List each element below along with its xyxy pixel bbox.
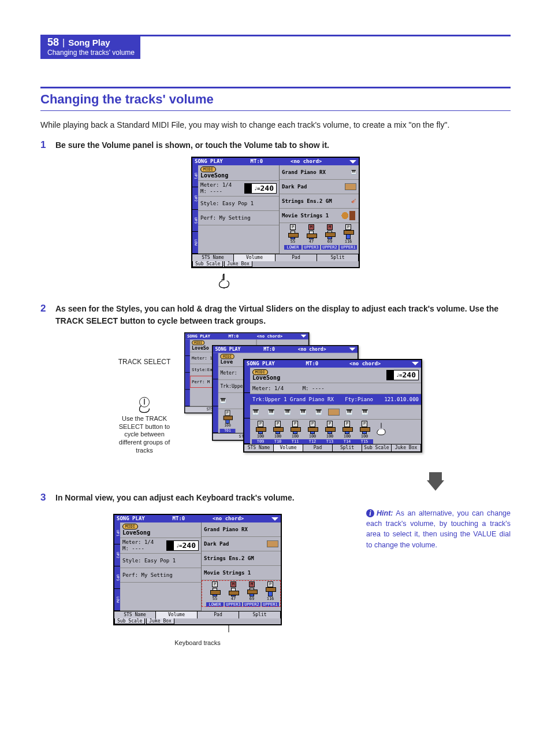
sound-lower[interactable]: Movie Strings 1 [280, 209, 359, 223]
keyboard-sliders-callout[interactable]: P55LOWER M47UPPER3 M69UPPER2 P116UPPER1 [202, 580, 281, 607]
lcd-screenshot-3: SONG PLAY MT:0 <no chord> UP1 UP2 UP3 [113, 514, 282, 625]
chapter-title: Song Play [68, 38, 110, 47]
step-text: Be sure the Volume panel is shown, or to… [55, 139, 329, 151]
volume-sliders[interactable]: P55LOWER M47UPPER3 M69UPPER2 P116UPPER1 [280, 223, 359, 250]
keyboard-tracks-caption: Keyboard tracks [113, 639, 282, 646]
song-name[interactable]: LoveSong [200, 172, 228, 179]
bottom-tabs[interactable]: STS Name Volume Pad Split [192, 254, 359, 261]
lcd-chord: <no chord> [291, 158, 322, 165]
step-3: 3 In Normal view, you can adjust each Ke… [40, 492, 511, 503]
step-number: 1 [40, 139, 55, 151]
tab-sub-scale[interactable]: Sub Scale [192, 261, 223, 268]
guitar-icon [340, 211, 356, 220]
section-title: Changing the tracks' volume [40, 92, 511, 107]
lcd-mt: MT:0 [251, 158, 263, 165]
tab-volume[interactable]: Volume [234, 254, 276, 261]
chevron-down-icon [427, 472, 444, 491]
tab-juke-box[interactable]: Juke Box [224, 261, 252, 268]
step-number: 3 [40, 492, 55, 503]
step-1: 1 Be sure the Volume panel is shown, or … [40, 139, 511, 151]
menu-triangle-icon[interactable] [349, 160, 356, 164]
touch-hand-icon [214, 270, 234, 291]
svg-marker-7 [427, 472, 444, 491]
perf-cell[interactable]: Perf: My Setting [198, 211, 279, 225]
meter-label: Meter: 1/4 [200, 182, 232, 188]
sound-upper3[interactable]: Strings Ens.2 GM🎻 [280, 194, 359, 209]
track-select-note: TRACK SELECT Use the TRACK SELECT button… [113, 358, 176, 455]
step-number: 2 [40, 303, 55, 314]
menu-triangle-icon[interactable] [271, 517, 278, 521]
measure-label: M: ---- [200, 188, 222, 194]
step-text: As seen for the Styles, you can hold & d… [55, 303, 511, 327]
step-2: 2 As seen for the Styles, you can hold &… [40, 303, 511, 327]
intro-text: While playing back a Standard MIDI File,… [40, 119, 511, 131]
tempo-box[interactable]: ♩=240 [251, 183, 277, 194]
lcd-title: SONG PLAY [195, 158, 223, 165]
tab-split[interactable]: Split [317, 254, 359, 261]
info-icon: i [366, 509, 374, 517]
tab-pad[interactable]: Pad [276, 254, 317, 261]
lcd-screenshot-1: SONG PLAY MT:0 <no chord> UP1 UP2 UP3 LO… [191, 157, 360, 268]
tab-sts-name[interactable]: STS Name [192, 254, 234, 261]
lcd-side-tabs[interactable]: UP1 UP2 UP3 LOW [192, 165, 198, 254]
lcd-stack: SONG PLAYMT:0<no chord> MIDILoveSo Meter… [184, 332, 438, 480]
header-subheading: Changing the tracks' volume [47, 49, 135, 57]
style-cell[interactable]: Style: Easy Pop 1 [198, 197, 279, 211]
midi-badge: MIDI [200, 166, 216, 172]
sound-upper1[interactable]: Grand Piano RX🎹 [280, 165, 359, 180]
page-number: 58 [47, 37, 59, 47]
step-text: In Normal view, you can adjust each Keyb… [55, 492, 295, 503]
touch-hand-icon [374, 421, 389, 437]
lcd-side-tabs[interactable]: UP1 UP2 UP3 LOW [114, 522, 120, 611]
running-header: 58 | Song Play Changing the tracks' volu… [40, 35, 511, 64]
callout-line-icon [217, 624, 240, 633]
sound-upper2[interactable]: Dark Pad [280, 180, 359, 194]
hint-sidebar: iHint: As an alternative, you can change… [366, 508, 511, 550]
touch-hand-icon [135, 394, 154, 415]
bars-icon [345, 183, 356, 190]
